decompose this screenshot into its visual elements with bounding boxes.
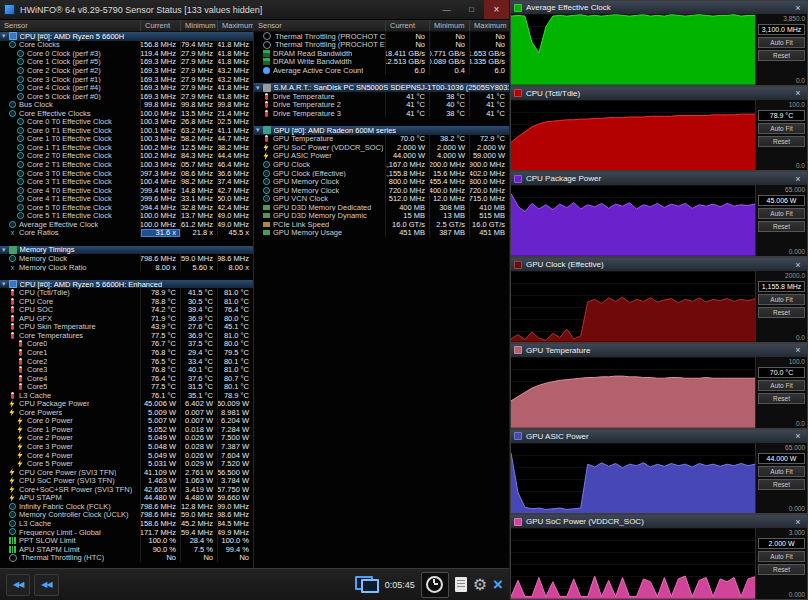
sensor-row[interactable]: Core Effective Clocks3,100.0 MHz13.5 MHz… [0,109,253,118]
sensor-row[interactable]: Core 2 Power5.049 W0.026 W7.500 W [0,434,253,443]
header-minimum[interactable]: Minimum [429,20,469,31]
sensor-row[interactable]: DRAM Write Bandwidth12.513 GB/s0.089 GB/… [254,58,509,67]
sensor-row[interactable]: GPU SoC Power (VDDCR_SOC)2.000 W2.000 W2… [254,143,509,152]
sensor-row[interactable]: Core076.7 °C37.5 °C80.0 °C [0,340,253,349]
sensor-row[interactable]: GPU Memory Clock800.0 MHz455.4 MHz800.0 … [254,177,509,186]
header-maximum[interactable]: Maximum [469,20,509,31]
sensor-row[interactable]: Core 5 Power5.031 W0.029 W7.520 W [0,459,253,468]
settings-gear-icon[interactable]: ⚙ [473,577,487,593]
sensor-row[interactable]: Core 5 T1 Effective Clock3,100.0 MHz13.7… [0,211,253,220]
section-header-row[interactable]: ▾GPU [#0]: AMD Radeon 600M series [254,126,509,135]
sensor-row[interactable]: Drive Temperature 241 °C40 °C41 °C [254,100,509,109]
sensor-row[interactable]: APU GFX71.9 °C36.9 °C80.0 °C [0,314,253,323]
sensor-row[interactable]: Core 5 Clock (perf #0)3,169.3 MHz3,027.9… [0,92,253,101]
sensor-row[interactable]: L3 Cache76.1 °C35.1 °C78.9 °C [0,391,253,400]
nav-first-button[interactable]: ◀◀ [6,574,30,596]
sensor-row[interactable]: Thermal Throttling (PROCHOT EXT)NoNoNo [254,41,509,50]
graph-close-icon[interactable]: × [792,431,804,441]
sensor-row[interactable]: Core 5 T0 Effective Clock3,094.4 MHz32.8… [0,203,253,212]
sensor-row[interactable]: GPU VCN Clock512.0 MHz12.0 MHz715.0 MHz [254,194,509,203]
minimize-button[interactable]: — [434,0,459,19]
sensor-row[interactable]: Core 2 Clock (perf #2)3,169.3 MHz3,027.9… [0,66,253,75]
sensor-row[interactable]: Core Ratios31.6 x21.8 x45.5 x [0,229,253,238]
sensor-row[interactable]: Core 4 Clock (perf #4)3,169.3 MHz3,027.9… [0,83,253,92]
header-minimum[interactable]: Minimum [180,20,217,31]
sensor-row[interactable]: Core276.5 °C33.4 °C80.1 °C [0,357,253,366]
header-sensor[interactable]: Sensor [0,20,140,31]
sensor-row[interactable]: GPU Clock (Effective)1,155.8 MHz15.6 MHz… [254,169,509,178]
sensor-row[interactable]: GPU Memory Clock720.0 MHz400.0 MHz720.0 … [254,186,509,195]
sensor-row[interactable]: Core577.5 °C31.5 °C80.1 °C [0,382,253,391]
graph-titlebar[interactable]: GPU ASIC Power× [511,430,807,443]
sensor-row[interactable]: CPU SoC Power (SVI3 TFN)1.463 W1.063 W3.… [0,476,253,485]
sensor-row[interactable]: CPU Core78.8 °C30.5 °C81.0 °C [0,297,253,306]
graph-titlebar[interactable]: GPU SoC Power (VDDCR_SOC)× [511,515,807,528]
graph-close-icon[interactable]: × [792,88,804,98]
sensor-row[interactable]: Core 4 Power5.049 W0.026 W7.604 W [0,451,253,460]
sensor-row[interactable]: Core 0 T0 Effective Clock3,100.3 MHz526.… [0,117,253,126]
sensor-row[interactable]: CPU SOC74.2 °C39.4 °C76.4 °C [0,306,253,315]
sensor-row[interactable]: Core 0 T1 Effective Clock3,100.1 MHz63.2… [0,126,253,135]
collapse-chevron-icon[interactable]: ▾ [2,32,6,40]
sensor-row[interactable]: Core 4 T0 Effective Clock3,099.4 MHz14.8… [0,186,253,195]
sensor-row[interactable]: Core 1 Clock (perf #5)3,169.3 MHz3,027.9… [0,58,253,67]
graph-titlebar[interactable]: GPU Clock (Effective)× [511,258,807,271]
graph-titlebar[interactable]: Average Effective Clock× [511,1,807,14]
sensor-row[interactable]: CPU (Tctl/Tdie)78.9 °C41.5 °C81.0 °C [0,288,253,297]
auto-fit-button[interactable]: Auto Fit [758,123,805,134]
collapse-chevron-icon[interactable]: ▾ [256,84,260,92]
collapse-chevron-icon[interactable]: ▾ [2,280,6,288]
collapse-chevron-icon[interactable]: ▾ [2,246,6,254]
sensor-row[interactable]: Core 1 T0 Effective Clock3,100.3 MHz58.2… [0,135,253,144]
sensor-row[interactable]: Core 1 T1 Effective Clock3,100.2 MHz12.5… [0,143,253,152]
auto-fit-button[interactable]: Auto Fit [758,380,805,391]
sensor-row[interactable]: CPU Package Power45.006 W6.402 W60.009 W [0,400,253,409]
column-headers[interactable]: Sensor Current Minimum Maximum [0,20,253,32]
auto-fit-button[interactable]: Auto Fit [758,466,805,477]
sensor-row[interactable]: Frequency Limit - Global3,171.7 MHz3,159… [0,528,253,537]
graph-close-icon[interactable]: × [792,517,804,527]
sensor-row[interactable]: PCIe Link Speed16.0 GT/s2.5 GT/s16.0 GT/… [254,220,509,229]
sensor-row[interactable]: GPU Memory Usage451 MB387 MB451 MB [254,229,509,238]
sensor-row[interactable]: Core 3 T0 Effective Clock3,097.3 MHz208.… [0,169,253,178]
sensor-row[interactable]: Core 3 Power5.048 W0.028 W7.387 W [0,442,253,451]
graph-titlebar[interactable]: CPU (Tctl/Tdie)× [511,87,807,100]
toolbar-close-icon[interactable]: × [493,576,503,593]
reset-button[interactable]: Reset [758,479,805,490]
sensor-row[interactable]: DRAM Read Bandwidth18.411 GB/s0.771 GB/s… [254,49,509,58]
close-button[interactable]: × [484,0,509,19]
reset-button[interactable]: Reset [758,307,805,318]
column-headers[interactable]: Sensor Current Minimum Maximum [254,20,509,32]
auto-fit-button[interactable]: Auto Fit [758,37,805,48]
sensor-row[interactable]: CPU Core Power (SVI3 TFN)41.109 W2.761 W… [0,468,253,477]
sensor-row[interactable]: Thermal Throttling (HTC)NoNoNo [0,553,253,562]
sensor-row[interactable]: Bus Clock99.8 MHz99.8 MHz99.8 MHz [0,100,253,109]
sensor-row[interactable]: Core 2 T1 Effective Clock3,100.3 MHz105.… [0,160,253,169]
header-current[interactable]: Current [385,20,429,31]
sensor-row[interactable]: Core 3 Clock (perf #1)3,169.3 MHz3,027.9… [0,75,253,84]
sensor-row[interactable]: Infinity Fabric Clock (FCLK)798.6 MHz712… [0,502,253,511]
section-header-row[interactable]: ▾Memory Timings [0,246,253,255]
sensor-row[interactable]: Core 1 Power5.052 W0.018 W7.284 W [0,425,253,434]
maximize-button[interactable]: □ [459,0,484,19]
sensor-row[interactable]: Core 0 Clock (perf #3)3,119.4 MHz3,027.9… [0,49,253,58]
sensor-row[interactable]: Core 0 Power5.007 W0.007 W6.204 W [0,417,253,426]
sensor-row[interactable]: Core+SoC+SR Power (SVI3 TFN)42.603 W3.41… [0,485,253,494]
sensor-row[interactable]: PPT SLOW Limit100.0 %28.4 %100.0 % [0,536,253,545]
sensor-row[interactable]: APU STAPM44.480 W4.480 W59.660 W [0,494,253,503]
section-header-row[interactable]: ▾CPU [#0]: AMD Ryzen 5 6600H: Enhanced [0,280,253,289]
graph-close-icon[interactable]: × [792,3,804,13]
sensor-row[interactable]: Drive Temperature 341 °C38 °C41 °C [254,109,509,118]
reset-button[interactable]: Reset [758,50,805,61]
header-maximum[interactable]: Maximum [217,20,253,31]
sensor-row[interactable]: Thermal Throttling (PROCHOT CPU)NoNoNo [254,32,509,41]
sensor-row[interactable]: GPU Temperature70.0 °C38.2 °C72.9 °C [254,135,509,144]
auto-fit-button[interactable]: Auto Fit [758,208,805,219]
sensor-row[interactable]: L3 Cache3,158.6 MHz145.2 MHz3,784.5 MHz [0,519,253,528]
report-document-icon[interactable] [455,577,467,592]
sensor-row[interactable]: Average Active Core Count6.00.46.0 [254,66,509,75]
sensor-row[interactable]: GPU D3D Memory Dedicated400 MB308 MB410 … [254,203,509,212]
sensor-row[interactable]: Core176.8 °C29.4 °C79.5 °C [0,348,253,357]
sensor-row[interactable]: Average Effective Clock3,100.0 MHz161.2 … [0,220,253,229]
section-header-row[interactable]: ▾CPU [#0]: AMD Ryzen 5 6600H [0,32,253,41]
